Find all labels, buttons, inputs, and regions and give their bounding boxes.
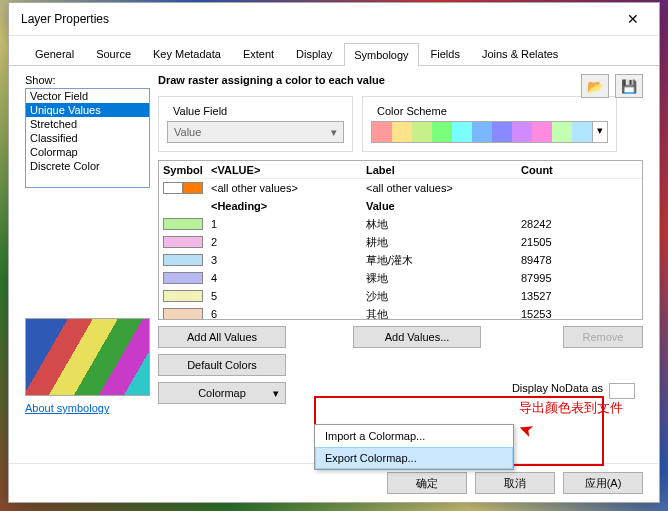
- tab-general[interactable]: General: [25, 42, 84, 65]
- export-colormap-item[interactable]: Export Colormap...: [315, 447, 513, 469]
- apply-button[interactable]: 应用(A): [563, 472, 643, 494]
- tab-display[interactable]: Display: [286, 42, 342, 65]
- chevron-down-icon: ▾: [273, 387, 279, 400]
- annotation-text: 导出颜色表到文件: [519, 399, 623, 417]
- show-item[interactable]: Discrete Color: [26, 159, 149, 173]
- window-title: Layer Properties: [21, 12, 109, 26]
- show-item[interactable]: Vector Field: [26, 89, 149, 103]
- color-scheme-title: Color Scheme: [373, 105, 451, 117]
- table-row[interactable]: Symbol<VALUE>LabelCount: [159, 161, 642, 179]
- show-item[interactable]: Colormap: [26, 145, 149, 159]
- tab-fields[interactable]: Fields: [421, 42, 470, 65]
- import-colormap-item[interactable]: Import a Colormap...: [315, 425, 513, 447]
- annotation-arrow-icon: ➤: [515, 417, 537, 443]
- table-row[interactable]: 1林地28242: [159, 215, 642, 233]
- values-grid[interactable]: Symbol<VALUE>LabelCount<all other values…: [158, 160, 643, 320]
- main-heading: Draw raster assigning a color to each va…: [158, 74, 643, 86]
- save-icon[interactable]: 💾: [615, 74, 643, 98]
- show-label: Show:: [25, 74, 150, 86]
- table-row[interactable]: <Heading>Value: [159, 197, 642, 215]
- show-item[interactable]: Classified: [26, 131, 149, 145]
- value-field-dropdown[interactable]: Value▾: [167, 121, 344, 143]
- table-row[interactable]: <all other values><all other values>: [159, 179, 642, 197]
- value-field-group: Value Field Value▾: [158, 96, 353, 152]
- show-list[interactable]: Vector FieldUnique ValuesStretchedClassi…: [25, 88, 150, 188]
- colormap-dropdown[interactable]: Colormap▾: [158, 382, 286, 404]
- table-row[interactable]: 2耕地21505: [159, 233, 642, 251]
- show-item[interactable]: Stretched: [26, 117, 149, 131]
- remove-button[interactable]: Remove: [563, 326, 643, 348]
- cancel-button[interactable]: 取消: [475, 472, 555, 494]
- tab-source[interactable]: Source: [86, 42, 141, 65]
- close-icon[interactable]: ✕: [619, 11, 647, 27]
- tab-bar: GeneralSourceKey MetadataExtentDisplaySy…: [9, 36, 659, 66]
- table-row[interactable]: 5沙地13527: [159, 287, 642, 305]
- layer-thumbnail: [25, 318, 150, 396]
- titlebar: Layer Properties ✕: [9, 3, 659, 36]
- tab-key-metadata[interactable]: Key Metadata: [143, 42, 231, 65]
- tab-extent[interactable]: Extent: [233, 42, 284, 65]
- open-folder-icon[interactable]: 📂: [581, 74, 609, 98]
- default-colors-button[interactable]: Default Colors: [158, 354, 286, 376]
- nodata-color-swatch[interactable]: [609, 383, 635, 399]
- content-area: Show: Vector FieldUnique ValuesStretched…: [9, 66, 659, 463]
- layer-properties-dialog: Layer Properties ✕ GeneralSourceKey Meta…: [8, 2, 660, 503]
- add-values-button[interactable]: Add Values...: [353, 326, 481, 348]
- colormap-menu: Import a Colormap... Export Colormap...: [314, 424, 514, 470]
- table-row[interactable]: 6其他15253: [159, 305, 642, 320]
- tab-symbology[interactable]: Symbology: [344, 43, 418, 66]
- color-scheme-dropdown[interactable]: ▾: [371, 121, 608, 143]
- chevron-down-icon: ▾: [331, 126, 337, 139]
- table-row[interactable]: 3草地/灌木89478: [159, 251, 642, 269]
- nodata-label: Display NoData as: [512, 382, 603, 394]
- color-scheme-group: Color Scheme ▾: [362, 96, 617, 152]
- tab-joins-relates[interactable]: Joins & Relates: [472, 42, 568, 65]
- show-item[interactable]: Unique Values: [26, 103, 149, 117]
- value-field-title: Value Field: [169, 105, 231, 117]
- table-row[interactable]: 4裸地87995: [159, 269, 642, 287]
- add-all-values-button[interactable]: Add All Values: [158, 326, 286, 348]
- ok-button[interactable]: 确定: [387, 472, 467, 494]
- about-symbology-link[interactable]: About symbology: [25, 402, 150, 414]
